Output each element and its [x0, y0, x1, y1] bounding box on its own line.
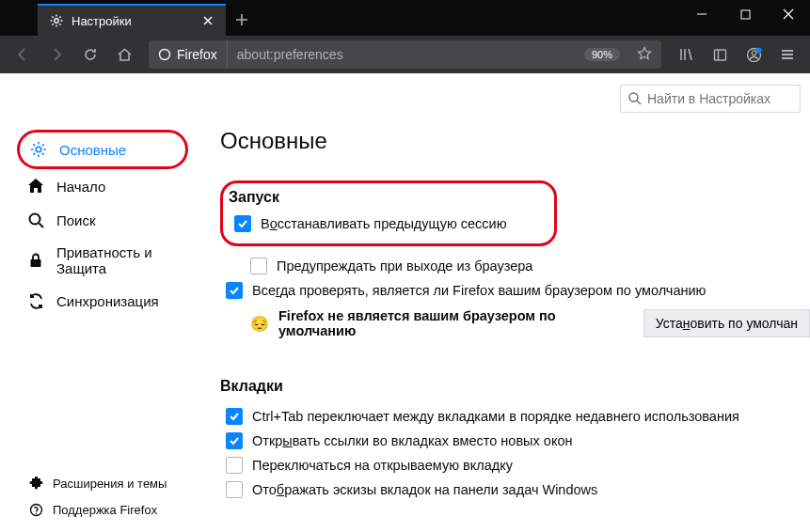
sidebar-item-home[interactable]: Начало — [17, 169, 188, 203]
back-button[interactable] — [8, 39, 38, 70]
bookmark-star-icon[interactable] — [627, 46, 661, 64]
taskbar-previews-checkbox[interactable] — [226, 481, 243, 498]
svg-point-2 — [160, 50, 170, 60]
window-controls — [680, 0, 810, 28]
sidebar-item-sync[interactable]: Синхронизация — [17, 284, 188, 318]
svg-rect-3 — [714, 50, 725, 60]
identity-box[interactable]: Firefox — [149, 40, 228, 69]
sidebar-item-search[interactable]: Поиск — [17, 203, 188, 237]
home-button[interactable] — [109, 39, 139, 70]
gear-icon — [49, 13, 64, 28]
forward-button[interactable] — [41, 39, 71, 70]
ctrl-tab-row: Ctrl+Tab переключает между вкладками в п… — [220, 404, 810, 429]
url-text: about:preferences — [228, 47, 584, 62]
svg-point-5 — [752, 51, 756, 55]
svg-rect-10 — [31, 259, 41, 267]
svg-point-6 — [755, 47, 761, 53]
search-icon — [26, 211, 45, 229]
open-links-tabs-checkbox[interactable] — [226, 432, 243, 449]
switch-to-new-tab-label: Переключаться на открываемую вкладку — [252, 458, 513, 473]
puzzle-icon — [28, 476, 43, 491]
sad-face-icon: 😔 — [250, 315, 269, 333]
nav-toolbar: Firefox about:preferences 90% — [0, 36, 810, 73]
account-button[interactable] — [739, 39, 769, 70]
url-bar[interactable]: Firefox about:preferences 90% — [149, 40, 661, 69]
main-panel: Основные Запуск Восстанавливать предыдущ… — [198, 73, 810, 532]
new-tab-button[interactable] — [226, 4, 258, 36]
sidebar-item-label: Основные — [59, 142, 126, 158]
restore-session-label: Восстанавливать предыдущую сессию — [261, 216, 507, 231]
home-icon — [26, 177, 45, 196]
taskbar-previews-label: Отображать эскизы вкладок на панели зада… — [252, 482, 597, 497]
not-default-text: Firefox не является вашим браузером по у… — [278, 308, 628, 338]
sidebar-item-addons[interactable]: Расширения и темы — [21, 470, 188, 496]
svg-point-0 — [55, 19, 58, 23]
preferences-content: Основные Начало Поиск Приватность и Защи… — [0, 73, 810, 532]
search-icon — [627, 91, 642, 108]
section-title-tabs: Вкладки — [220, 378, 810, 395]
sidebar-item-privacy[interactable]: Приватность и Защита — [17, 237, 188, 284]
titlebar: Настройки — [0, 0, 810, 36]
restore-session-row: Восстанавливать предыдущую сессию — [229, 211, 507, 236]
svg-point-9 — [29, 213, 40, 224]
svg-point-8 — [36, 147, 41, 152]
menu-button[interactable] — [772, 39, 802, 70]
tab-close-button[interactable] — [199, 12, 216, 29]
tabs-strip: Настройки — [0, 0, 680, 36]
sidebar-item-support[interactable]: Поддержка Firefox — [21, 496, 188, 523]
sidebar-button[interactable] — [705, 39, 735, 70]
svg-point-12 — [35, 512, 36, 513]
minimize-button[interactable] — [680, 0, 723, 28]
help-icon — [28, 502, 43, 517]
zoom-indicator[interactable]: 90% — [584, 48, 620, 61]
startup-highlight: Запуск Восстанавливать предыдущую сессию — [220, 180, 557, 246]
sidebar-item-label: Поддержка Firefox — [53, 503, 157, 517]
tab-preferences[interactable]: Настройки — [38, 4, 226, 36]
sidebar-item-label: Синхронизация — [56, 293, 159, 309]
taskbar-previews-row: Отображать эскизы вкладок на панели зада… — [220, 477, 810, 502]
lock-icon — [26, 251, 45, 270]
search-preferences — [620, 85, 801, 113]
identity-label: Firefox — [177, 47, 217, 62]
ctrl-tab-label: Ctrl+Tab переключает между вкладками в п… — [252, 409, 739, 424]
always-check-default-checkbox[interactable] — [226, 282, 243, 299]
firefox-icon — [158, 48, 171, 61]
ctrl-tab-checkbox[interactable] — [226, 408, 243, 425]
sidebar-item-label: Приватность и Защита — [56, 244, 179, 276]
restore-session-checkbox[interactable] — [234, 215, 251, 232]
sidebar-item-label: Начало — [56, 179, 105, 195]
not-default-row: 😔 Firefox не является вашим браузером по… — [220, 303, 810, 344]
library-button[interactable] — [671, 39, 701, 70]
sync-icon — [26, 291, 45, 310]
open-links-tabs-row: Открывать ссылки во вкладках вместо новы… — [220, 429, 810, 453]
search-input[interactable] — [620, 85, 801, 113]
sidebar-item-label: Расширения и темы — [53, 477, 167, 491]
switch-to-new-tab-checkbox[interactable] — [226, 457, 243, 474]
gear-icon — [29, 140, 48, 159]
svg-point-7 — [629, 93, 638, 102]
close-window-button[interactable] — [767, 0, 810, 28]
make-default-button[interactable]: Установить по умолчан — [643, 309, 810, 337]
category-sidebar: Основные Начало Поиск Приватность и Защи… — [0, 73, 198, 532]
always-check-default-label: Всегда проверять, является ли Firefox ва… — [252, 283, 706, 298]
section-title-startup: Запуск — [229, 189, 507, 206]
page-title: Основные — [220, 128, 810, 154]
sidebar-item-label: Поиск — [56, 212, 96, 228]
open-links-tabs-label: Открывать ссылки во вкладках вместо новы… — [252, 433, 572, 448]
reload-button[interactable] — [75, 39, 105, 70]
switch-to-new-tab-row: Переключаться на открываемую вкладку — [220, 453, 810, 477]
maximize-button[interactable] — [723, 0, 767, 28]
always-check-default-row: Всегда проверять, является ли Firefox ва… — [220, 278, 810, 303]
warn-on-close-row: Предупреждать при выходе из браузера — [220, 254, 810, 278]
warn-on-close-label: Предупреждать при выходе из браузера — [277, 258, 532, 274]
tab-title: Настройки — [71, 14, 192, 28]
warn-on-close-checkbox[interactable] — [250, 258, 267, 274]
sidebar-item-general[interactable]: Основные — [17, 130, 188, 169]
svg-rect-1 — [741, 10, 750, 19]
